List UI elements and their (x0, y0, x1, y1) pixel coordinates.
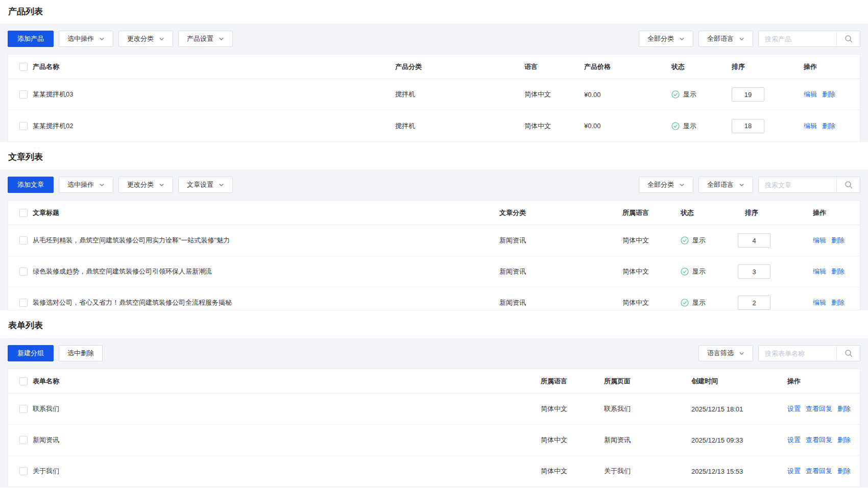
chevron-down-icon (739, 36, 744, 42)
selected-action-dropdown[interactable]: 选中操作 (59, 177, 113, 193)
language-filter-dropdown[interactable]: 全部语言 (698, 31, 753, 47)
delete-link[interactable]: 删除 (837, 405, 851, 412)
col-page: 所属页面 (604, 377, 691, 386)
row-checkbox[interactable] (19, 299, 28, 307)
delete-selected-button[interactable]: 选中删除 (59, 345, 103, 361)
article-language: 简体中文 (622, 236, 681, 245)
new-group-button[interactable]: 新建分组 (8, 345, 54, 361)
article-search-input[interactable] (759, 177, 836, 192)
article-language: 简体中文 (622, 267, 681, 276)
status-label: 显示 (683, 121, 696, 131)
edit-link[interactable]: 编辑 (813, 267, 826, 275)
edit-link[interactable]: 编辑 (813, 236, 826, 244)
article-language: 简体中文 (622, 298, 681, 307)
forms-table: 表单名称 所属语言 所属页面 创建时间 操作 联系我们 简体中文 联系我们 20… (8, 369, 860, 487)
language-filter-label: 全部语言 (707, 34, 734, 43)
col-actions: 操作 (782, 377, 860, 386)
status-label: 显示 (692, 236, 706, 245)
product-search-input[interactable] (759, 31, 836, 46)
forms-toolbar: 新建分组 选中删除 语言筛选 (8, 345, 860, 361)
chevron-down-icon (679, 36, 685, 42)
row-checkbox[interactable] (19, 467, 28, 475)
view-replies-link[interactable]: 查看回复 (806, 436, 832, 444)
articles-table-header: 文章标题 文章分类 所属语言 状态 排序 操作 (8, 201, 860, 225)
table-row: 装修选对公司，省心又省力！鼎筑空间建筑装修公司全流程服务揭秘 新闻资讯 简体中文… (8, 287, 860, 310)
change-category-dropdown[interactable]: 更改分类 (118, 177, 173, 193)
form-search-input[interactable] (759, 346, 836, 361)
status-label: 显示 (683, 90, 696, 99)
article-search-box (758, 177, 860, 193)
sort-input[interactable] (738, 264, 770, 279)
delete-link[interactable]: 删除 (837, 436, 851, 444)
change-category-dropdown[interactable]: 更改分类 (118, 31, 173, 47)
select-all-checkbox[interactable] (19, 63, 28, 71)
category-filter-dropdown[interactable]: 全部分类 (639, 177, 693, 193)
search-icon[interactable] (836, 31, 860, 46)
settings-link[interactable]: 设置 (787, 405, 801, 412)
language-filter-dropdown[interactable]: 语言筛选 (698, 345, 753, 361)
article-title: 装修选对公司，省心又省力！鼎筑空间建筑装修公司全流程服务揭秘 (33, 298, 499, 307)
search-icon[interactable] (836, 177, 860, 192)
delete-link[interactable]: 删除 (822, 122, 835, 130)
product-settings-dropdown[interactable]: 产品设置 (178, 31, 233, 47)
add-article-button[interactable]: 添加文章 (8, 177, 54, 193)
delete-link[interactable]: 删除 (831, 236, 845, 244)
chevron-down-icon (739, 182, 744, 188)
edit-link[interactable]: 编辑 (804, 122, 817, 130)
delete-link[interactable]: 删除 (831, 299, 845, 306)
view-replies-link[interactable]: 查看回复 (806, 467, 832, 475)
col-language: 所属语言 (541, 377, 604, 386)
form-search-box (758, 345, 860, 361)
edit-link[interactable]: 编辑 (813, 299, 826, 306)
selected-action-dropdown[interactable]: 选中操作 (59, 31, 113, 47)
col-status: 状态 (681, 208, 738, 217)
article-category: 新闻资讯 (499, 236, 622, 245)
delete-link[interactable]: 删除 (837, 467, 851, 475)
edit-link[interactable]: 编辑 (804, 90, 817, 98)
status-label: 显示 (692, 298, 706, 307)
chevron-down-icon (219, 182, 224, 188)
sort-input[interactable] (738, 233, 770, 248)
chevron-down-icon (159, 182, 164, 188)
search-icon[interactable] (836, 346, 860, 361)
add-product-button[interactable]: 添加产品 (8, 31, 54, 47)
col-product-name: 产品名称 (33, 62, 395, 71)
sort-input[interactable] (732, 119, 764, 133)
section-articles: 文章列表 添加文章 选中操作 更改分类 文章设置 全部分类 (0, 142, 868, 310)
forms-panel: 新建分组 选中删除 语言筛选 表单名称 所属语言 所属页面 创建时间 (0, 338, 868, 487)
delete-link[interactable]: 删除 (822, 90, 835, 98)
view-replies-link[interactable]: 查看回复 (806, 405, 832, 412)
form-language: 简体中文 (541, 404, 604, 413)
form-created-time: 2025/12/15 18:01 (691, 405, 782, 413)
language-filter-dropdown[interactable]: 全部语言 (698, 177, 753, 193)
row-checkbox[interactable] (19, 90, 28, 99)
form-name: 联系我们 (33, 404, 541, 413)
settings-link[interactable]: 设置 (787, 467, 801, 475)
row-checkbox[interactable] (19, 122, 28, 130)
sort-input[interactable] (732, 87, 764, 102)
form-created-time: 2025/12/15 09:33 (691, 436, 782, 444)
form-page: 关于我们 (604, 467, 691, 476)
row-checkbox[interactable] (19, 236, 28, 245)
article-settings-dropdown[interactable]: 文章设置 (178, 177, 233, 193)
table-row: 某某搅拌机03 搅拌机 简体中文 ¥0.00 显示 编辑删除 (8, 79, 860, 110)
products-toolbar-filters: 全部分类 全部语言 (639, 31, 860, 47)
row-checkbox[interactable] (19, 267, 28, 276)
selected-action-label: 选中操作 (67, 180, 94, 189)
articles-panel: 添加文章 选中操作 更改分类 文章设置 全部分类 全部语言 (0, 169, 868, 310)
select-all-checkbox[interactable] (19, 377, 28, 385)
category-filter-dropdown[interactable]: 全部分类 (639, 31, 693, 47)
status-ok-icon (671, 90, 680, 99)
change-category-label: 更改分类 (127, 34, 154, 43)
delete-link[interactable]: 删除 (831, 267, 845, 275)
products-panel: 添加产品 选中操作 更改分类 产品设置 全部分类 全部语言 (0, 23, 868, 142)
select-all-checkbox[interactable] (19, 209, 28, 217)
table-row: 绿色装修成趋势，鼎筑空间建筑装修公司引领环保人居新潮流 新闻资讯 简体中文 显示… (8, 256, 860, 287)
category-filter-label: 全部分类 (647, 34, 674, 43)
row-checkbox[interactable] (19, 436, 28, 444)
sort-input[interactable] (738, 296, 770, 310)
col-sort: 排序 (738, 208, 813, 217)
row-checkbox[interactable] (19, 405, 28, 413)
settings-link[interactable]: 设置 (787, 436, 801, 444)
col-status: 状态 (671, 62, 732, 71)
